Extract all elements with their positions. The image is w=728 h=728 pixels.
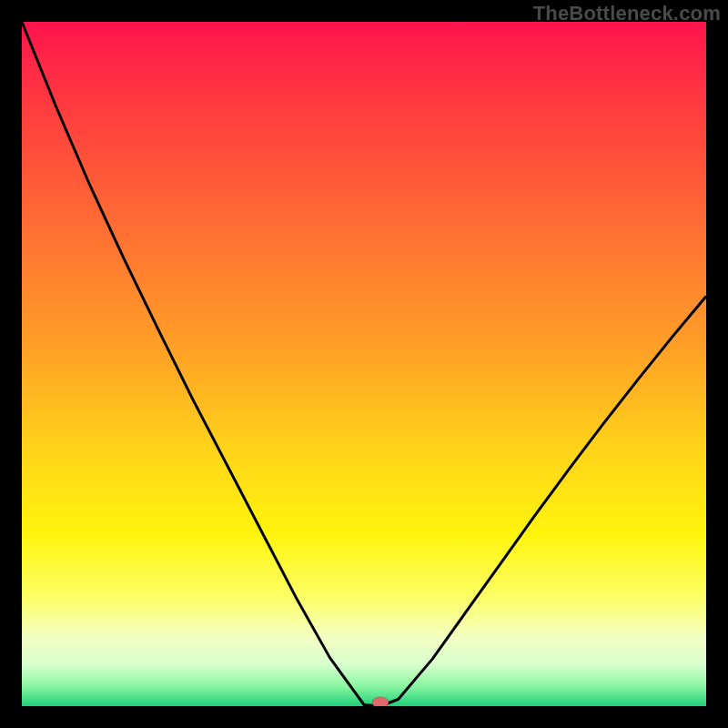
chart-svg bbox=[22, 22, 706, 706]
watermark-text: TheBottleneck.com bbox=[533, 2, 721, 25]
gradient-background bbox=[22, 22, 706, 706]
chart-frame: TheBottleneck.com bbox=[0, 0, 728, 728]
min-marker bbox=[372, 697, 389, 706]
plot-area bbox=[22, 22, 706, 706]
